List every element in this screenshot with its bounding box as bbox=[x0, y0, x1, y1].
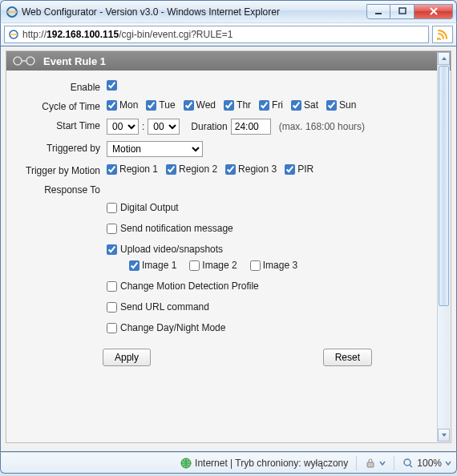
label-response-to: Response To bbox=[6, 183, 107, 196]
region3-checkbox[interactable] bbox=[225, 164, 236, 175]
day-thr-checkbox[interactable] bbox=[224, 100, 234, 111]
window-title: Web Configurator - Version v3.0 - Window… bbox=[22, 6, 366, 18]
label-triggered-by: Triggered by bbox=[6, 141, 107, 154]
image1-label: Image 1 bbox=[142, 260, 176, 271]
zoom-value: 100% bbox=[417, 458, 442, 469]
image2-label: Image 2 bbox=[202, 260, 237, 271]
page-icon bbox=[8, 29, 19, 40]
day-wed-label: Wed bbox=[196, 99, 216, 111]
image2-checkbox[interactable] bbox=[189, 260, 200, 271]
url-path: /cgi-bin/event.cgi?RULE=1 bbox=[119, 29, 233, 40]
url-host: 192.168.100.115 bbox=[47, 29, 119, 40]
protected-mode-toggle[interactable] bbox=[365, 458, 386, 469]
close-button[interactable] bbox=[415, 4, 453, 19]
day-thr-label: Thr bbox=[237, 99, 251, 111]
time-colon: : bbox=[142, 121, 144, 132]
client-area: Event Rule 1 Enable Cycle of Time Mon Tu… bbox=[0, 46, 457, 452]
maximize-button[interactable] bbox=[390, 4, 415, 19]
url-text: http://192.168.100.115/cgi-bin/event.cgi… bbox=[22, 29, 425, 40]
zoom-control[interactable]: 100% bbox=[402, 458, 451, 469]
status-bar: Internet | Tryb chroniony: wyłączony 100… bbox=[0, 452, 457, 474]
resp-profile-checkbox[interactable] bbox=[107, 281, 117, 292]
day-fri-label: Fri bbox=[272, 99, 283, 111]
day-mon-checkbox[interactable] bbox=[107, 100, 117, 111]
url-scheme: http:// bbox=[22, 29, 47, 40]
day-mon-label: Mon bbox=[119, 99, 138, 111]
address-bar: http://192.168.100.115/cgi-bin/event.cgi… bbox=[0, 22, 457, 46]
window-buttons bbox=[366, 4, 453, 19]
triggered-by-select[interactable]: Motion bbox=[107, 141, 203, 157]
start-minute-select[interactable]: 00 bbox=[148, 119, 180, 135]
reset-button[interactable]: Reset bbox=[323, 349, 372, 366]
resp-url-label: Send URL command bbox=[120, 301, 209, 313]
resp-notify-label: Send notification message bbox=[120, 223, 233, 234]
status-zone: Internet | Tryb chroniony: wyłączony bbox=[195, 458, 348, 469]
glasses-icon bbox=[6, 51, 38, 71]
rule-title: Event Rule 1 bbox=[38, 55, 106, 67]
resp-upload-label: Upload video/snapshots bbox=[120, 244, 223, 255]
day-wed-checkbox[interactable] bbox=[184, 100, 194, 111]
svg-point-4 bbox=[14, 57, 22, 65]
scroll-thumb[interactable] bbox=[439, 66, 449, 306]
label-start: Start Time bbox=[6, 119, 107, 131]
scroll-down-button[interactable] bbox=[438, 429, 450, 442]
event-form: Enable Cycle of Time Mon Tue Wed Thr Fri… bbox=[6, 71, 436, 377]
resp-daynight-checkbox[interactable] bbox=[107, 323, 117, 333]
resp-daynight-label: Change Day/Night Mode bbox=[120, 322, 225, 333]
minimize-button[interactable] bbox=[366, 4, 390, 19]
label-enable: Enable bbox=[6, 80, 107, 93]
window-titlebar: Web Configurator - Version v3.0 - Window… bbox=[0, 0, 457, 22]
day-sun-checkbox[interactable] bbox=[326, 100, 337, 111]
ie-icon bbox=[6, 6, 18, 18]
pir-label: PIR bbox=[297, 163, 313, 175]
resp-profile-label: Change Motion Detection Profile bbox=[120, 280, 259, 292]
day-sat-label: Sat bbox=[304, 99, 318, 111]
resp-digital-label: Digital Output bbox=[120, 202, 179, 213]
address-box[interactable]: http://192.168.100.115/cgi-bin/event.cgi… bbox=[4, 26, 429, 43]
resp-digital-checkbox[interactable] bbox=[107, 203, 117, 213]
label-trigger-motion: Trigger by Motion bbox=[6, 163, 107, 176]
label-duration: Duration bbox=[191, 121, 227, 132]
day-tue-checkbox[interactable] bbox=[146, 100, 156, 111]
resp-upload-checkbox[interactable] bbox=[107, 244, 117, 255]
day-tue-label: Tue bbox=[159, 99, 175, 111]
svg-point-8 bbox=[404, 459, 410, 466]
button-row: Apply Reset bbox=[6, 343, 436, 371]
region2-checkbox[interactable] bbox=[166, 164, 176, 175]
lock-icon bbox=[365, 458, 376, 469]
feed-button[interactable] bbox=[432, 26, 453, 43]
region2-label: Region 2 bbox=[179, 163, 217, 175]
svg-rect-1 bbox=[375, 13, 382, 14]
chevron-down-icon bbox=[379, 460, 386, 466]
resp-notify-checkbox[interactable] bbox=[107, 224, 117, 234]
image3-checkbox[interactable] bbox=[250, 260, 261, 271]
chevron-down-icon bbox=[445, 460, 451, 466]
vertical-scrollbar[interactable] bbox=[437, 52, 450, 442]
region1-checkbox[interactable] bbox=[107, 164, 117, 175]
day-sat-checkbox[interactable] bbox=[291, 100, 301, 111]
duration-hint: (max. 168:00 hours) bbox=[279, 121, 365, 132]
apply-button[interactable]: Apply bbox=[103, 349, 151, 366]
enable-checkbox[interactable] bbox=[107, 80, 117, 91]
region1-label: Region 1 bbox=[119, 163, 158, 175]
rule-header: Event Rule 1 bbox=[6, 51, 451, 71]
svg-rect-2 bbox=[399, 8, 406, 14]
day-sun-label: Sun bbox=[339, 99, 356, 111]
image1-checkbox[interactable] bbox=[129, 260, 140, 271]
page-content: Event Rule 1 Enable Cycle of Time Mon Tu… bbox=[6, 50, 451, 443]
svg-point-5 bbox=[26, 57, 34, 65]
label-cycle: Cycle of Time bbox=[6, 99, 107, 112]
start-hour-select[interactable]: 00 bbox=[107, 119, 139, 135]
region3-label: Region 3 bbox=[238, 163, 277, 175]
pir-checkbox[interactable] bbox=[285, 164, 295, 175]
day-fri-checkbox[interactable] bbox=[259, 100, 269, 111]
zoom-icon bbox=[402, 458, 414, 469]
image3-label: Image 3 bbox=[263, 260, 297, 271]
resp-url-checkbox[interactable] bbox=[107, 302, 117, 313]
globe-icon bbox=[180, 458, 192, 469]
response-list: Digital Output Send notification message… bbox=[107, 202, 436, 333]
svg-rect-7 bbox=[367, 462, 374, 467]
scroll-up-button[interactable] bbox=[438, 52, 450, 65]
duration-input[interactable] bbox=[231, 119, 271, 135]
